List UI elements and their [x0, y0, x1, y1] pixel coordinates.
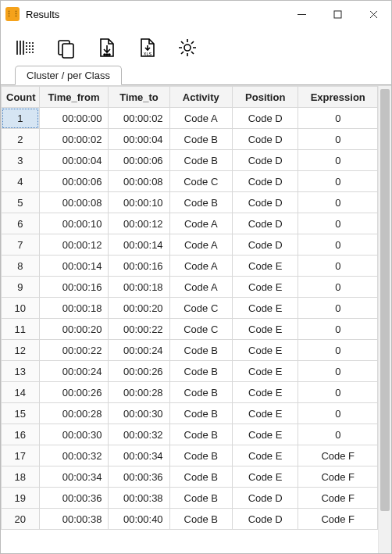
- cell-position[interactable]: Code D: [232, 509, 298, 530]
- cell-time-from[interactable]: 00:00:22: [39, 340, 109, 361]
- cell-activity[interactable]: Code B: [169, 403, 232, 424]
- cell-count[interactable]: 12: [2, 340, 40, 361]
- cell-expression[interactable]: 0: [298, 171, 378, 192]
- cell-expression[interactable]: 0: [298, 424, 378, 445]
- cell-time-from[interactable]: 00:00:24: [39, 361, 109, 382]
- cell-time-to[interactable]: 00:00:10: [109, 192, 169, 213]
- table-row[interactable]: 200:00:0200:00:04Code BCode D0: [2, 129, 378, 150]
- cell-expression[interactable]: 0: [298, 234, 378, 256]
- cell-position[interactable]: Code D: [232, 108, 298, 129]
- cell-time-from[interactable]: 00:00:20: [39, 319, 109, 340]
- cell-time-to[interactable]: 00:00:28: [109, 382, 169, 403]
- cell-activity[interactable]: Code A: [169, 234, 232, 256]
- cell-activity[interactable]: Code B: [169, 509, 232, 530]
- cell-time-from[interactable]: 00:00:38: [39, 509, 109, 530]
- cell-time-from[interactable]: 00:00:26: [39, 382, 109, 403]
- cell-position[interactable]: Code D: [232, 488, 298, 509]
- cell-position[interactable]: Code E: [232, 277, 298, 298]
- cell-expression[interactable]: 0: [298, 108, 378, 129]
- cell-expression[interactable]: 0: [298, 129, 378, 150]
- cell-time-from[interactable]: 00:00:02: [39, 129, 109, 150]
- table-row[interactable]: 900:00:1600:00:18Code ACode E0: [2, 277, 378, 298]
- cell-time-to[interactable]: 00:00:40: [109, 509, 169, 530]
- cell-count[interactable]: 10: [2, 298, 40, 319]
- table-row[interactable]: 400:00:0600:00:08Code CCode D0: [2, 171, 378, 192]
- cell-count[interactable]: 2: [2, 129, 40, 150]
- col-activity[interactable]: Activity: [169, 87, 232, 108]
- cell-expression[interactable]: 0: [298, 340, 378, 361]
- table-row[interactable]: 300:00:0400:00:06Code BCode D0: [2, 150, 378, 171]
- cell-time-to[interactable]: 00:00:06: [109, 150, 169, 171]
- cell-activity[interactable]: Code B: [169, 382, 232, 403]
- table-row[interactable]: 1800:00:3400:00:36Code BCode ECode F: [2, 466, 378, 488]
- cell-activity[interactable]: Code B: [169, 150, 232, 171]
- cell-count[interactable]: 15: [2, 403, 40, 424]
- cell-time-to[interactable]: 00:00:08: [109, 171, 169, 192]
- cell-time-to[interactable]: 00:00:22: [109, 319, 169, 340]
- col-expression[interactable]: Expression: [298, 87, 378, 108]
- cell-time-from[interactable]: 00:00:30: [39, 424, 109, 445]
- cell-activity[interactable]: Code B: [169, 361, 232, 382]
- cell-time-to[interactable]: 00:00:14: [109, 234, 169, 256]
- table-row[interactable]: 700:00:1200:00:14Code ACode D0: [2, 234, 378, 256]
- cell-position[interactable]: Code E: [232, 319, 298, 340]
- cell-activity[interactable]: Code C: [169, 298, 232, 319]
- cell-count[interactable]: 16: [2, 424, 40, 445]
- cell-time-from[interactable]: 00:00:00: [39, 108, 109, 129]
- cell-expression[interactable]: 0: [298, 192, 378, 213]
- cell-time-to[interactable]: 00:00:32: [109, 424, 169, 445]
- col-time-to[interactable]: Time_to: [109, 87, 169, 108]
- table-row[interactable]: 1400:00:2600:00:28Code BCode E0: [2, 382, 378, 403]
- gear-icon[interactable]: [174, 34, 201, 61]
- cell-time-to[interactable]: 00:00:30: [109, 403, 169, 424]
- cell-position[interactable]: Code E: [232, 256, 298, 277]
- col-time-from[interactable]: Time_from: [39, 87, 109, 108]
- data-grid[interactable]: Count Time_from Time_to Activity Positio…: [1, 86, 378, 553]
- cell-position[interactable]: Code E: [232, 403, 298, 424]
- table-row[interactable]: 500:00:0800:00:10Code BCode D0: [2, 192, 378, 213]
- cell-position[interactable]: Code E: [232, 361, 298, 382]
- cell-activity[interactable]: Code B: [169, 192, 232, 213]
- cell-count[interactable]: 19: [2, 488, 40, 509]
- cell-activity[interactable]: Code B: [169, 340, 232, 361]
- table-row[interactable]: 2000:00:3800:00:40Code BCode DCode F: [2, 509, 378, 530]
- cell-activity[interactable]: Code C: [169, 319, 232, 340]
- table-row[interactable]: 600:00:1000:00:12Code ACode D0: [2, 213, 378, 234]
- cell-time-to[interactable]: 00:00:18: [109, 277, 169, 298]
- cell-position[interactable]: Code D: [232, 234, 298, 256]
- cell-count[interactable]: 11: [2, 319, 40, 340]
- cell-activity[interactable]: Code C: [169, 171, 232, 192]
- cell-count[interactable]: 5: [2, 192, 40, 213]
- cell-activity[interactable]: Code B: [169, 129, 232, 150]
- cell-time-from[interactable]: 00:00:08: [39, 192, 109, 213]
- cell-count[interactable]: 6: [2, 213, 40, 234]
- cell-expression[interactable]: 0: [298, 213, 378, 234]
- cell-expression[interactable]: Code F: [298, 488, 378, 509]
- cell-count[interactable]: 20: [2, 509, 40, 530]
- cell-activity[interactable]: Code A: [169, 277, 232, 298]
- table-row[interactable]: 1000:00:1800:00:20Code CCode E0: [2, 298, 378, 319]
- cell-count[interactable]: 3: [2, 150, 40, 171]
- col-position[interactable]: Position: [232, 87, 298, 108]
- table-row[interactable]: 1300:00:2400:00:26Code BCode E0: [2, 361, 378, 382]
- cell-time-to[interactable]: 00:00:26: [109, 361, 169, 382]
- cell-activity[interactable]: Code A: [169, 213, 232, 234]
- table-row[interactable]: 1100:00:2000:00:22Code CCode E0: [2, 319, 378, 340]
- table-row[interactable]: 1500:00:2800:00:30Code BCode E0: [2, 403, 378, 424]
- cell-time-from[interactable]: 00:00:16: [39, 277, 109, 298]
- cell-time-to[interactable]: 00:00:24: [109, 340, 169, 361]
- cell-expression[interactable]: 0: [298, 319, 378, 340]
- table-row[interactable]: 800:00:1400:00:16Code ACode E0: [2, 256, 378, 277]
- table-row[interactable]: 1900:00:3600:00:38Code BCode DCode F: [2, 488, 378, 509]
- cell-count[interactable]: 13: [2, 361, 40, 382]
- vertical-scrollbar[interactable]: [378, 86, 391, 553]
- columns-icon[interactable]: [12, 34, 38, 61]
- cell-time-from[interactable]: 00:00:18: [39, 298, 109, 319]
- cell-time-to[interactable]: 00:00:34: [109, 445, 169, 466]
- cell-activity[interactable]: Code A: [169, 256, 232, 277]
- copy-icon[interactable]: [52, 34, 79, 61]
- table-row[interactable]: 100:00:0000:00:02Code ACode D0: [2, 108, 378, 129]
- tab-cluster-per-class[interactable]: Cluster / per Class: [15, 66, 122, 85]
- cell-count[interactable]: 14: [2, 382, 40, 403]
- cell-activity[interactable]: Code B: [169, 445, 232, 466]
